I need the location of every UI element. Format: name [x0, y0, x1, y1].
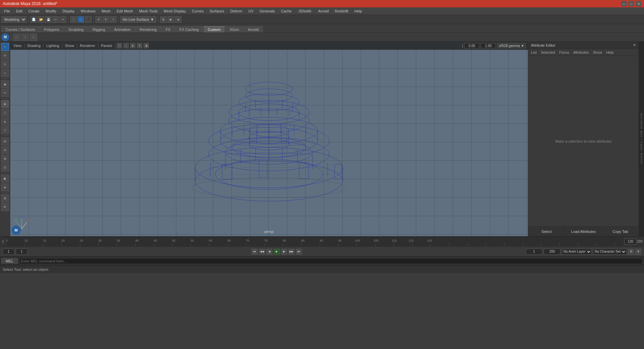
menu-mesh[interactable]: Mesh	[99, 8, 113, 14]
shelf-tab-animation[interactable]: Animation	[110, 26, 135, 33]
snap-tool-3[interactable]: ⊠	[1, 155, 9, 163]
next-frame-button[interactable]: ▶	[281, 249, 287, 255]
next-key-button[interactable]: ▶▶	[288, 249, 294, 255]
scale-tool-button[interactable]: ⤡	[110, 16, 117, 23]
viewport-lighting-menu[interactable]: Lighting	[45, 43, 61, 48]
copy-tab-button[interactable]: Copy Tab	[602, 227, 639, 236]
rotate-tool-button[interactable]: ↻	[103, 16, 109, 23]
menu-cache[interactable]: Cache	[278, 8, 294, 14]
snap-tool-1[interactable]: ⊞	[1, 137, 9, 145]
anim-options-button[interactable]: ▼	[635, 249, 641, 255]
menu-display[interactable]: Display	[60, 8, 77, 14]
quick-select-button[interactable]: ◈	[1, 183, 9, 191]
attr-editor-close-icon[interactable]: ✕	[633, 43, 636, 47]
menu-uv[interactable]: UV	[246, 8, 256, 14]
soft-select-button[interactable]: ◉	[1, 80, 9, 88]
start-frame-input[interactable]	[3, 249, 14, 255]
menu-redshift[interactable]: Redshift	[332, 8, 351, 14]
attr-tab-selected[interactable]: Selected	[541, 50, 555, 54]
sculpt-button[interactable]: ✏	[1, 89, 9, 97]
viewport-view-menu[interactable]: View	[12, 43, 23, 48]
poly-tool-2[interactable]: ◻	[1, 109, 9, 117]
isolate-button[interactable]: 👁	[1, 203, 9, 211]
lasso-tool-button[interactable]: ⬡	[77, 16, 84, 23]
save-scene-button[interactable]: 💾	[45, 16, 52, 23]
menu-file[interactable]: File	[1, 8, 13, 14]
shelf-icon-1[interactable]: ⬚	[13, 34, 20, 41]
menu-deform[interactable]: Deform	[227, 8, 245, 14]
select-button[interactable]: Select	[528, 227, 565, 236]
shelf-tab-polygons[interactable]: Polygons	[40, 26, 63, 33]
vp-wireframe-button[interactable]: ⬡	[117, 43, 122, 48]
prev-frame-button[interactable]: ◀	[266, 249, 272, 255]
move-mode-button[interactable]: ✛	[1, 52, 9, 60]
timeline-current-frame-input[interactable]	[625, 239, 636, 245]
anim-start-input[interactable]	[526, 249, 542, 255]
prev-key-button[interactable]: ◀◀	[259, 249, 265, 255]
no-live-surface-button[interactable]: No Live Surface ▼	[120, 16, 156, 23]
menu-curves[interactable]: Curves	[189, 8, 206, 14]
menu-edit[interactable]: Edit	[13, 8, 25, 14]
scale-mode-button[interactable]: ⤡	[1, 69, 9, 77]
grid-button[interactable]: ⊞	[1, 194, 9, 202]
minimize-button[interactable]: —	[621, 1, 627, 6]
window-controls[interactable]: — □ ✕	[621, 1, 641, 6]
anim-end-input[interactable]	[544, 249, 560, 255]
menu-windows[interactable]: Windows	[78, 8, 98, 14]
menu-surfaces[interactable]: Surfaces	[207, 8, 227, 14]
select-mode-button[interactable]: ↖	[1, 43, 9, 51]
render-region-button[interactable]: ▣	[1, 174, 9, 183]
attr-tab-show[interactable]: Show	[593, 50, 602, 54]
play-forward-button[interactable]: ▶	[274, 249, 280, 255]
menu-3dtoa[interactable]: -3DtoAll-	[295, 8, 315, 14]
shelf-tab-xgen[interactable]: XGen	[225, 26, 243, 33]
maximize-button[interactable]: □	[629, 1, 634, 6]
viewport-shading-menu[interactable]: Shading	[26, 43, 42, 48]
exposure-input[interactable]	[464, 43, 479, 48]
channel-box-tab[interactable]: Attribute Box / Layer Editor	[639, 42, 644, 236]
snap-tool-4[interactable]: ⊡	[1, 163, 9, 171]
attr-tab-list[interactable]: List	[531, 50, 537, 54]
menu-help[interactable]: Help	[352, 8, 365, 14]
viewport-show-menu[interactable]: Show	[64, 43, 76, 48]
command-line-input[interactable]	[19, 258, 643, 264]
hypershade-button[interactable]: ◈	[175, 16, 181, 23]
shelf-tab-fxcaching[interactable]: FX Caching	[175, 26, 203, 33]
shelf-tab-rigging[interactable]: Rigging	[88, 26, 109, 33]
menu-modify[interactable]: Modify	[43, 8, 59, 14]
move-tool-button[interactable]: ✛	[95, 16, 102, 23]
new-scene-button[interactable]: 📄	[30, 16, 37, 23]
shelf-tab-fx[interactable]: FX	[161, 26, 175, 33]
anim-layer-dropdown[interactable]: No Anim Layer	[562, 249, 592, 255]
shelf-icon-2[interactable]: ○	[21, 34, 29, 41]
menu-create[interactable]: Create	[26, 8, 42, 14]
shelf-tab-rendering[interactable]: Rendering	[135, 26, 161, 33]
paint-select-button[interactable]: ⬛	[85, 16, 92, 23]
vp-texture-button[interactable]: ◈	[130, 43, 136, 48]
poly-tool-4[interactable]: ⬡	[1, 126, 9, 134]
open-scene-button[interactable]: 📂	[38, 16, 44, 23]
viewport-renderer-menu[interactable]: Renderer	[78, 43, 97, 48]
attr-tab-focus[interactable]: Focus	[559, 50, 569, 54]
menu-edit-mesh[interactable]: Edit Mesh	[114, 8, 136, 14]
render-button[interactable]: ▶	[167, 16, 174, 23]
viewport-panels-menu[interactable]: Panels	[100, 43, 114, 48]
redo-button[interactable]: ↪	[60, 16, 66, 23]
camera-tools-button[interactable]: ⊞	[160, 16, 167, 23]
preferences-button[interactable]: ⚙	[628, 249, 634, 255]
menu-generate[interactable]: Generate	[257, 8, 278, 14]
select-tool-button[interactable]: ⬚	[70, 16, 77, 23]
undo-button[interactable]: ↩	[52, 16, 59, 23]
mel-tab[interactable]: MEL	[1, 258, 18, 264]
vp-smooth-button[interactable]: ○	[123, 43, 129, 48]
shelf-tab-sculpting[interactable]: Sculpting	[64, 26, 88, 33]
poly-tool-3[interactable]: ▲	[1, 117, 9, 126]
menu-arnold[interactable]: Arnold	[315, 8, 331, 14]
character-set-dropdown[interactable]: No Character Set	[593, 249, 627, 255]
menu-mesh-display[interactable]: Mesh Display	[161, 8, 189, 14]
shelf-tab-custom[interactable]: Custom	[204, 26, 225, 33]
attr-tab-attributes[interactable]: Attributes	[573, 50, 589, 54]
close-button[interactable]: ✕	[636, 1, 641, 6]
go-to-start-button[interactable]: ⏮	[252, 249, 258, 255]
vp-shadow-button[interactable]: ◑	[144, 43, 149, 48]
